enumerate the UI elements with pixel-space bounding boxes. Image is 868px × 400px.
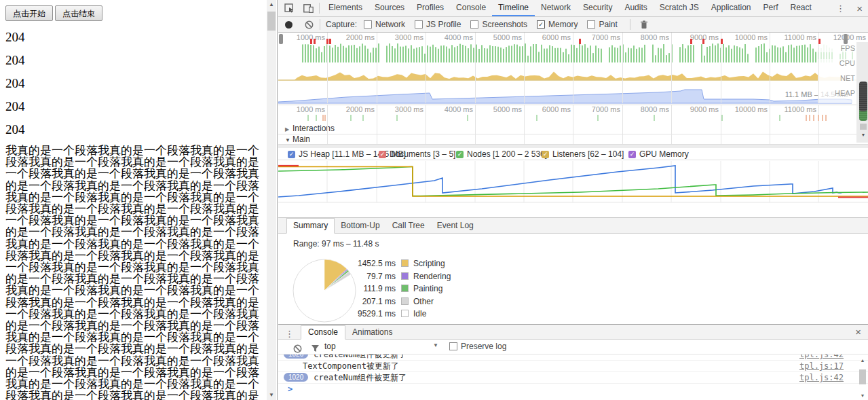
flame-chart[interactable]: ▶Interactions ▼Main 1000 ms2000 ms3000 m… (278, 105, 868, 148)
counter-checkbox[interactable]: ✓ (288, 151, 295, 158)
tab-network[interactable]: Network (535, 0, 577, 16)
tab-elements[interactable]: Elements (322, 0, 369, 16)
devtools-menu[interactable]: ⋮ (831, 0, 850, 16)
trash-icon[interactable] (636, 18, 652, 31)
devtools-close[interactable]: × (851, 0, 868, 16)
console-prompt[interactable]: > (278, 384, 868, 395)
tab-timeline[interactable]: Timeline (492, 0, 535, 16)
overview-left-handle[interactable] (279, 34, 283, 44)
pie-legend-row: 111.9 msPainting (318, 284, 494, 294)
device-toolbar-icon[interactable] (300, 2, 316, 14)
checkbox-network[interactable] (364, 20, 372, 29)
gridline (721, 105, 721, 144)
chevron-down-icon[interactable]: ▼ (433, 342, 438, 348)
tab-profiles[interactable]: Profiles (411, 0, 450, 16)
pie-legend-row: 1452.5 msScripting (318, 259, 494, 269)
counter-checkbox[interactable]: ✓ (379, 151, 386, 158)
source-link[interactable]: tpl.js:17 (799, 361, 844, 372)
counter-toggle-nodes[interactable]: ✓Nodes [1 200 – 2 536] (456, 149, 547, 159)
counter-toggle-documents[interactable]: ✓Documents [3 – 5] (379, 149, 455, 159)
tab-security[interactable]: Security (577, 0, 618, 16)
event-tick (467, 115, 468, 121)
pane-divider[interactable] (277, 0, 278, 400)
capture-label: Capture: (326, 20, 357, 29)
counter-toggle-listeners[interactable]: ✓Listeners [62 – 104] (542, 149, 624, 159)
capture-option-memory[interactable]: ✓Memory (537, 20, 578, 29)
scroll-up-icon[interactable]: ▲ (858, 357, 867, 364)
collapse-right-icon[interactable]: ▶ (285, 124, 293, 135)
checkbox-js-profile[interactable] (415, 20, 423, 29)
capture-option-network[interactable]: Network (364, 20, 405, 29)
long-frame-marker (579, 39, 581, 44)
event-tick (779, 115, 780, 121)
counters-chart[interactable] (278, 160, 868, 217)
flame-ruler-label: 6000 ms (533, 105, 571, 113)
scroll-up-icon[interactable]: ▲ (267, 0, 276, 10)
drawer-menu-icon[interactable]: ⋮ (278, 329, 301, 339)
capture-option-label: JS Profile (426, 20, 461, 29)
checkbox-screenshots[interactable] (470, 20, 478, 29)
clear-console-icon[interactable] (289, 342, 305, 354)
tab-react[interactable]: React (785, 0, 818, 16)
flame-scrollbar-thumb[interactable] (859, 81, 867, 121)
tab-summary[interactable]: Summary (286, 218, 335, 234)
pie-legend-swatch-painting (401, 285, 409, 292)
page-scrollbar-thumb[interactable] (267, 12, 276, 31)
page-scrollbar[interactable]: ▲ ▼ (267, 0, 276, 400)
timeline-overview[interactable]: 11.1 MB – 14.5 MB FPSCPUNETHEAP 1000 ms2… (278, 33, 868, 105)
flame-ruler-label: 7000 ms (583, 105, 620, 113)
pie-legend-swatch-rendering (401, 272, 409, 280)
tab-scratch-js[interactable]: Scratch JS (654, 0, 705, 16)
overflow-menu-icon[interactable]: ⋮ (831, 3, 850, 14)
start-button[interactable]: 点击开始 (5, 5, 53, 21)
event-tick (362, 115, 364, 121)
long-frame-marker (690, 39, 692, 44)
tab-event-log[interactable]: Event Log (431, 219, 480, 233)
inspect-element-icon[interactable] (281, 2, 297, 14)
scroll-down-icon[interactable]: ▼ (267, 390, 276, 400)
tab-animations[interactable]: Animations (345, 326, 399, 339)
tab-sources[interactable]: Sources (369, 0, 411, 16)
tab-call-tree[interactable]: Call Tree (386, 219, 431, 233)
source-link[interactable]: tpl.js:42 (799, 372, 844, 384)
overview-ruler-label: 7000 ms (583, 33, 620, 41)
tab-application[interactable]: Application (705, 0, 757, 16)
console-message-row[interactable]: TextComponent被更新了tpl.js:17 (278, 361, 868, 372)
source-link[interactable]: tpl.js:42 (799, 354, 844, 361)
tab-bottom-up[interactable]: Bottom-Up (335, 219, 385, 233)
gridline (524, 105, 525, 144)
record-button[interactable] (285, 21, 293, 29)
checkbox-paint[interactable] (587, 20, 595, 29)
tab-console[interactable]: Console (301, 325, 345, 340)
execution-context-select[interactable]: top (324, 342, 336, 351)
scroll-down-icon[interactable]: ▼ (858, 393, 867, 399)
console-scrollbar-thumb[interactable] (859, 369, 866, 384)
long-frame-marker (702, 39, 704, 44)
checkbox-memory[interactable]: ✓ (537, 20, 545, 29)
close-icon[interactable]: × (851, 3, 868, 14)
capture-option-paint[interactable]: Paint (587, 20, 617, 29)
flame-scrollbar-minithumb[interactable] (860, 124, 867, 130)
details-tabbar: SummaryBottom-UpCall TreeEvent Log (278, 218, 868, 234)
console-message-row[interactable]: 1020createNum组件被更新了tpl.js:42 (278, 354, 868, 361)
close-drawer-icon[interactable]: × (850, 326, 867, 338)
tab-console[interactable]: Console (450, 0, 492, 16)
capture-option-js-profile[interactable]: JS Profile (415, 20, 461, 29)
counter-checkbox[interactable]: ✓ (628, 151, 636, 158)
counter-label: Documents [3 – 5] (390, 149, 455, 159)
preserve-log-label: Preserve log (461, 342, 506, 351)
capture-option-screenshots[interactable]: Screenshots (470, 20, 527, 29)
counter-checkbox[interactable]: ✓ (542, 151, 549, 158)
filter-icon[interactable] (307, 342, 323, 354)
counter-toggle-gpu-memory[interactable]: ✓GPU Memory (628, 149, 689, 159)
counter-checkbox[interactable]: ✓ (456, 151, 464, 158)
console-scrollbar[interactable]: ▲ ▼ (858, 354, 867, 400)
scroll-down-icon[interactable]: ▼ (859, 132, 867, 139)
tab-perf[interactable]: Perf (757, 0, 785, 16)
preserve-log-checkbox[interactable] (449, 342, 461, 352)
capture-option-label: Screenshots (482, 20, 527, 29)
clear-recording-icon[interactable] (301, 18, 317, 31)
tab-audits[interactable]: Audits (618, 0, 653, 16)
end-button[interactable]: 点击结束 (55, 5, 102, 21)
console-message-row[interactable]: 1020createNum组件被更新了tpl.js:42 (278, 372, 868, 384)
